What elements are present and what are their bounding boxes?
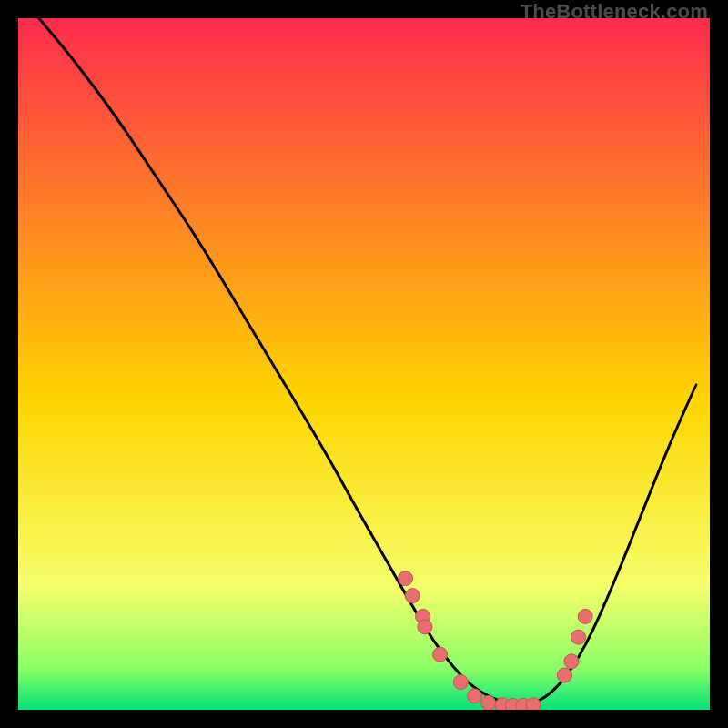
datapoint [433, 647, 448, 662]
datapoint [418, 620, 432, 634]
datapoint [564, 654, 579, 669]
datapoint [399, 571, 413, 586]
datapoint [571, 630, 586, 644]
datapoint [405, 589, 420, 603]
chart-background [18, 18, 710, 710]
datapoint [557, 668, 571, 682]
watermark-text: TheBottleneck.com [521, 0, 708, 24]
bottleneck-chart [18, 18, 710, 710]
datapoint [578, 609, 592, 623]
datapoint [468, 689, 482, 703]
datapoint [453, 675, 468, 690]
datapoint [481, 695, 496, 710]
datapoint [526, 698, 541, 710]
